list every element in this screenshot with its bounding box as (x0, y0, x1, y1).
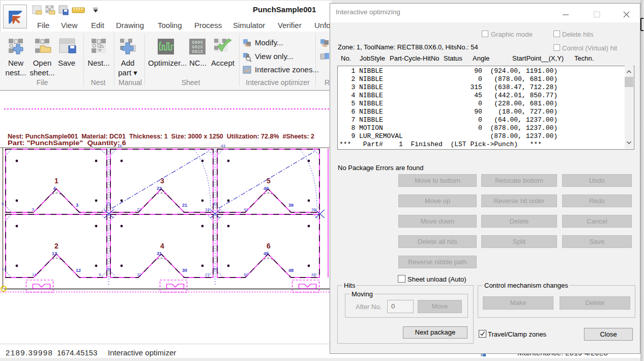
svg-text:39: 39 (288, 203, 294, 208)
svg-text:41: 41 (213, 202, 218, 206)
svg-text:4: 4 (53, 186, 55, 191)
svg-text:Part: "PunchSample" Quantity:: Part: "PunchSample" Quantity: 6 (8, 139, 126, 147)
svg-text:6: 6 (267, 242, 271, 250)
svg-text:3: 3 (76, 203, 78, 208)
svg-text:1: 1 (54, 177, 58, 185)
svg-text:40: 40 (264, 186, 269, 191)
svg-text:5: 5 (32, 207, 35, 212)
svg-text:5: 5 (267, 177, 271, 185)
svg-text:13: 13 (52, 251, 57, 256)
svg-text:14: 14 (32, 272, 37, 277)
svg-text:49: 49 (264, 251, 269, 256)
svg-text:43: 43 (221, 144, 225, 148)
svg-text:18: 18 (205, 207, 210, 212)
svg-text:5: 5 (2, 202, 4, 206)
svg-text:4: 4 (160, 242, 164, 250)
svg-text:30: 30 (182, 268, 187, 273)
svg-text:3: 3 (160, 177, 164, 185)
svg-text:50: 50 (213, 267, 218, 271)
svg-text:9: 9 (99, 272, 101, 277)
svg-text:32: 32 (137, 272, 141, 277)
svg-text:14: 14 (2, 267, 6, 271)
svg-text:23: 23 (137, 207, 141, 212)
svg-text:22: 22 (157, 186, 162, 191)
svg-text:12: 12 (76, 268, 81, 273)
svg-text:16: 16 (118, 144, 122, 148)
svg-text:48: 48 (288, 268, 294, 273)
svg-text:31: 31 (157, 251, 162, 256)
svg-text:45: 45 (311, 272, 316, 277)
svg-text:36: 36 (311, 207, 316, 212)
svg-text:41: 41 (244, 207, 248, 212)
svg-text:50: 50 (244, 272, 248, 277)
svg-text:21: 21 (182, 203, 187, 208)
svg-text:27: 27 (205, 272, 210, 277)
svg-text:2: 2 (54, 242, 58, 250)
svg-text:G01X: G01X (192, 49, 203, 54)
